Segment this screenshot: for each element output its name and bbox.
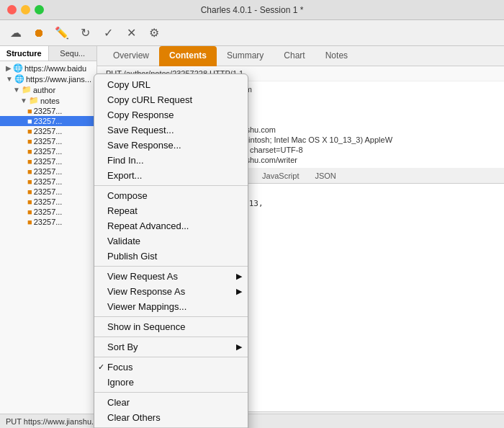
tree-label: https://www.jians... — [26, 75, 91, 84]
checkmark-icon: ✓ — [98, 362, 104, 372]
menu-separator — [94, 392, 248, 393]
folder-icon: 📁 — [29, 96, 39, 105]
menu-item-publish-gist[interactable]: Publish Gist — [94, 249, 248, 264]
expand-arrow: ▶ — [6, 64, 12, 72]
menu-item-label: Copy URL — [107, 79, 150, 90]
tree-view: ▶ 🌐 https://www.baidu ▼ 🌐 https://www.ji… — [0, 61, 96, 414]
tree-label: 23257... — [34, 117, 63, 125]
main-area: Structure Sequ... ▶ 🌐 https://www.baidu … — [0, 46, 504, 428]
file-icon: ■ — [27, 197, 32, 206]
tree-item-file[interactable]: ■ 23257... — [0, 187, 96, 197]
tab-structure[interactable]: Structure — [0, 46, 49, 61]
app-status-bar: PUT https://www.jianshu... — [0, 414, 504, 428]
menu-item-clear-others[interactable]: Clear Others — [94, 410, 248, 425]
menu-item-label: Repeat — [107, 205, 138, 216]
tree-item-file[interactable]: ■ 23257... — [0, 136, 96, 146]
menu-item-view-request-as[interactable]: View Request As ▶ — [94, 269, 248, 284]
file-icon: ■ — [27, 208, 32, 216]
tree-item-file[interactable]: ■ 23257... — [0, 197, 96, 207]
check-icon[interactable]: ✓ — [98, 23, 118, 43]
menu-item-compose[interactable]: Compose — [94, 188, 248, 203]
menu-item-label: Save Response... — [107, 140, 181, 151]
tree-label: author — [33, 86, 55, 94]
expand-arrow: ▼ — [13, 86, 20, 94]
menu-item-label: Viewer Mappings... — [107, 301, 186, 312]
tab-sequence[interactable]: Sequ... — [49, 46, 97, 61]
menu-item-viewer-mappings[interactable]: Viewer Mappings... — [94, 299, 248, 314]
tree-item-file[interactable]: ■ 23257... — [0, 106, 96, 116]
menu-item-copy-response[interactable]: Copy Response — [94, 107, 248, 122]
tree-item-file[interactable]: ■ 23257... — [0, 217, 96, 227]
submenu-arrow: ▶ — [236, 272, 242, 281]
tree-label: 23257... — [34, 137, 63, 146]
file-icon: ■ — [27, 157, 32, 166]
menu-item-export[interactable]: Export... — [94, 168, 248, 183]
tab-notes[interactable]: Notes — [315, 46, 358, 66]
tree-item-file[interactable]: ■ 23257... — [0, 146, 96, 156]
gear-icon[interactable]: ⚙ — [144, 23, 164, 43]
menu-item-view-response-as[interactable]: View Response As ▶ — [94, 284, 248, 299]
file-icon: ■ — [27, 137, 32, 146]
tree-item-notes[interactable]: ▼ 📁 notes — [0, 95, 96, 106]
tree-label: notes — [40, 97, 60, 105]
tree-item-jianshu[interactable]: ▼ 🌐 https://www.jians... — [0, 73, 96, 84]
menu-item-sort-by[interactable]: Sort By ▶ — [94, 339, 248, 355]
pen-icon[interactable]: ✏️ — [52, 23, 72, 43]
tree-item-file[interactable]: ■ 23257... — [0, 156, 96, 166]
menu-separator — [94, 336, 248, 337]
record-icon[interactable]: ⏺ — [29, 23, 49, 43]
sub-tab-javascript[interactable]: JavaScript — [255, 169, 306, 183]
menu-item-copy-url[interactable]: Copy URL — [94, 77, 248, 92]
menu-item-repeat-advanced[interactable]: Repeat Advanced... — [94, 218, 248, 233]
menu-item-label: Validate — [107, 236, 140, 246]
menu-item-save-response[interactable]: Save Response... — [94, 138, 248, 153]
tree-item-file[interactable]: ■ 23257... — [0, 177, 96, 187]
slash-icon[interactable]: ✕ — [121, 23, 141, 43]
maximize-button[interactable] — [35, 5, 44, 14]
menu-item-save-request[interactable]: Save Request... — [94, 122, 248, 138]
menu-item-repeat[interactable]: Repeat — [94, 203, 248, 218]
tree-item-author[interactable]: ▼ 📁 author — [0, 84, 96, 95]
menu-item-focus[interactable]: ✓ Focus — [94, 360, 248, 375]
file-icon: ■ — [27, 127, 32, 135]
tree-item-file[interactable]: ■ 23257... — [0, 166, 96, 177]
left-panel: Structure Sequ... ▶ 🌐 https://www.baidu … — [0, 46, 97, 428]
traffic-lights — [7, 5, 44, 14]
tab-overview[interactable]: Overview — [103, 46, 159, 66]
tab-contents[interactable]: Contents — [159, 46, 217, 66]
menu-item-find-in[interactable]: Find In... — [94, 153, 248, 168]
menu-separator — [94, 316, 248, 317]
menu-item-label: Clear — [107, 397, 130, 408]
tree-item-file-selected[interactable]: ■ 23257... — [0, 116, 96, 126]
expand-arrow: ▼ — [20, 97, 27, 104]
folder-icon: 📁 — [22, 85, 32, 94]
cloud-icon[interactable]: ☁ — [6, 23, 26, 43]
menu-item-label: Save Request... — [107, 125, 174, 135]
menu-item-label: Copy Response — [107, 110, 174, 120]
tree-item-file[interactable]: ■ 23257... — [0, 207, 96, 217]
close-button[interactable] — [7, 5, 17, 14]
tree-label: https://www.baidu — [24, 64, 86, 73]
submenu-arrow: ▶ — [236, 342, 242, 352]
menu-item-label: Clear Others — [107, 412, 161, 423]
menu-item-ignore[interactable]: Ignore — [94, 375, 248, 390]
menu-item-copy-curl[interactable]: Copy cURL Request — [94, 92, 248, 107]
refresh-icon[interactable]: ↻ — [75, 23, 95, 43]
menu-item-label: View Request As — [107, 271, 178, 282]
menu-separator — [94, 357, 248, 357]
tree-item-file[interactable]: ■ 23257... — [0, 126, 96, 136]
menu-item-validate[interactable]: Validate — [94, 233, 248, 249]
menu-item-show-sequence[interactable]: Show in Sequence — [94, 319, 248, 334]
tab-summary[interactable]: Summary — [217, 46, 274, 66]
file-icon: ■ — [27, 218, 32, 226]
tab-chart[interactable]: Chart — [274, 46, 315, 66]
status-text: PUT https://www.jianshu... — [6, 417, 98, 426]
minimize-button[interactable] — [21, 5, 30, 14]
menu-item-label: Ignore — [107, 377, 134, 388]
menu-item-clear[interactable]: Clear — [94, 395, 248, 410]
sub-tab-json[interactable]: JSON — [307, 169, 343, 183]
tree-label: 23257... — [34, 147, 63, 156]
tree-item-baidu[interactable]: ▶ 🌐 https://www.baidu — [0, 63, 96, 73]
title-bar: Charles 4.0.1 - Session 1 * — [0, 0, 504, 20]
submenu-arrow: ▶ — [236, 287, 242, 296]
